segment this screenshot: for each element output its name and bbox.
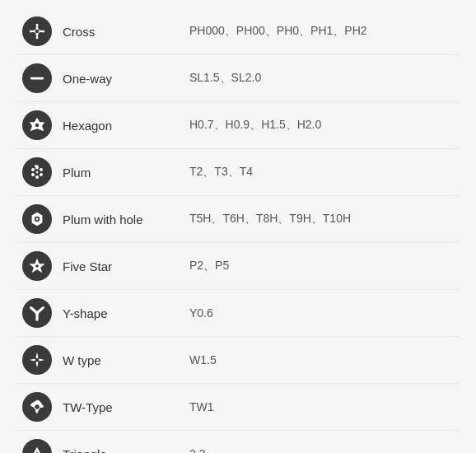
five-star-icon [22,251,52,281]
row-five-star: Five Star P2、P5 [16,243,460,290]
w-type-icon [22,345,52,375]
row-values-w-type: W1.5 [189,353,460,367]
w-type-icon-col [16,345,58,375]
svg-point-21 [35,404,40,409]
plum-with-hole-icon-col [16,204,58,234]
row-hexagon: Hexagon H0.7、H0.9、H1.5、H2.0 [16,102,460,149]
tw-type-icon-col [16,392,58,422]
row-tw-type: TW-Type TW1 [16,384,460,431]
svg-point-5 [40,168,43,171]
triangle-icon-col [16,439,58,453]
row-values-five-star: P2、P5 [189,259,460,273]
row-plum-with-hole: Plum with hole T5H、T6H、T8H、T9H、T10H [16,196,460,243]
row-values-one-way: SL1.5、SL2.0 [189,71,460,86]
svg-point-18 [35,311,40,315]
one-way-icon-col [16,63,58,93]
plum-icon-col [16,157,58,187]
main-container: Cross PH000、PH00、PH0、PH1、PH2 One-way SL1… [0,0,476,453]
svg-point-11 [36,171,39,174]
row-values-y-shape: Y0.6 [189,306,460,320]
one-way-icon [22,63,52,93]
row-values-cross: PH000、PH00、PH0、PH1、PH2 [189,24,460,39]
svg-point-17 [35,264,39,268]
cross-icon-col [16,16,58,46]
row-triangle: Triangle 2.3 [16,431,460,453]
row-name-w-type: W type [58,353,189,367]
y-shape-icon-col [16,298,58,328]
five-star-icon-col [16,251,58,281]
row-name-five-star: Five Star [58,259,189,273]
svg-point-7 [35,175,39,179]
row-cross: Cross PH000、PH00、PH0、PH1、PH2 [16,8,460,55]
svg-point-15 [36,218,39,221]
row-values-plum-with-hole: T5H、T6H、T8H、T9H、T10H [189,212,460,226]
row-name-plum: Plum [58,166,189,180]
triangle-icon [22,439,52,453]
svg-point-19 [35,358,40,362]
plum-with-hole-icon [22,204,52,234]
hexagon-icon [22,110,52,140]
svg-point-9 [31,168,35,171]
row-values-tw-type: TW1 [189,400,460,413]
row-name-hexagon: Hexagon [58,119,189,133]
row-name-plum-with-hole: Plum with hole [58,212,189,226]
row-w-type: W type W1.5 [16,337,460,384]
tw-type-icon [22,392,52,422]
row-values-hexagon: H0.7、H0.9、H1.5、H2.0 [189,118,460,133]
row-name-one-way: One-way [58,72,189,86]
row-plum: Plum T2、T3、T4 [16,149,460,196]
plum-icon [22,157,52,187]
row-values-triangle: 2.3 [189,447,460,453]
cross-icon [22,16,52,46]
svg-rect-1 [30,77,44,80]
svg-point-8 [31,173,35,176]
y-shape-icon [22,298,52,328]
svg-point-6 [40,173,43,176]
svg-point-4 [35,166,39,169]
row-one-way: One-way SL1.5、SL2.0 [16,55,460,102]
row-name-y-shape: Y-shape [58,306,189,320]
row-values-plum: T2、T3、T4 [189,165,460,180]
svg-point-0 [35,30,40,34]
row-name-tw-type: TW-Type [58,400,189,414]
row-name-cross: Cross [58,25,189,39]
svg-point-3 [35,124,40,128]
hexagon-icon-col [16,110,58,140]
row-name-triangle: Triangle [58,447,189,454]
row-y-shape: Y-shape Y0.6 [16,290,460,337]
